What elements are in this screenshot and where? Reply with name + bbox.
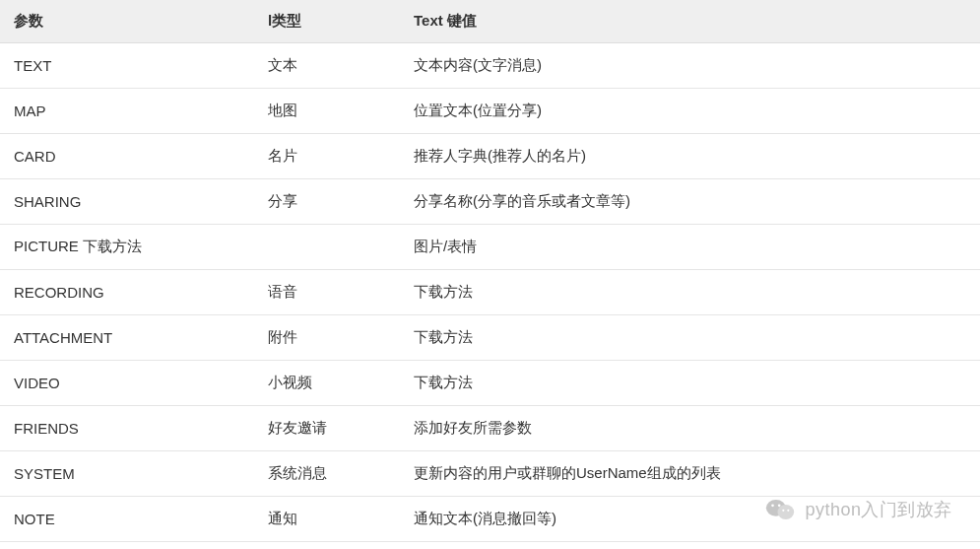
cell-text: 通知文本(消息撤回等) — [400, 497, 980, 542]
cell-text: 文本内容(文字消息) — [400, 43, 980, 89]
cell-type: 附件 — [254, 315, 400, 361]
cell-param: VIDEO — [0, 361, 254, 406]
cell-type: 语音 — [254, 270, 400, 315]
header-param: 参数 — [0, 0, 254, 43]
cell-param: RECORDING — [0, 270, 254, 315]
table-row: PICTURE 下载方法图片/表情 — [0, 225, 980, 270]
cell-param: TEXT — [0, 43, 254, 89]
cell-type: 分享 — [254, 179, 400, 225]
cell-text: 分享名称(分享的音乐或者文章等) — [400, 179, 980, 225]
header-type: l类型 — [254, 0, 400, 43]
cell-param: NOTE — [0, 497, 254, 542]
cell-type: 文本 — [254, 43, 400, 89]
table-row: FRIENDS好友邀请添加好友所需参数 — [0, 406, 980, 451]
table-row: SYSTEM系统消息更新内容的用户或群聊的UserName组成的列表 — [0, 451, 980, 497]
table-row: ATTACHMENT附件下载方法 — [0, 315, 980, 361]
cell-text: 位置文本(位置分享) — [400, 89, 980, 134]
table-body: TEXT文本文本内容(文字消息)MAP地图位置文本(位置分享)CARD名片推荐人… — [0, 43, 980, 542]
cell-type — [254, 225, 400, 270]
cell-param: CARD — [0, 134, 254, 179]
cell-param: PICTURE 下载方法 — [0, 225, 254, 270]
cell-type: 通知 — [254, 497, 400, 542]
table-header-row: 参数 l类型 Text 键值 — [0, 0, 980, 43]
cell-type: 地图 — [254, 89, 400, 134]
table-row: CARD名片推荐人字典(推荐人的名片) — [0, 134, 980, 179]
cell-param: MAP — [0, 89, 254, 134]
table-row: NOTE通知通知文本(消息撤回等) — [0, 497, 980, 542]
cell-text: 下载方法 — [400, 270, 980, 315]
cell-param: ATTACHMENT — [0, 315, 254, 361]
header-text: Text 键值 — [400, 0, 980, 43]
table-row: VIDEO小视频下载方法 — [0, 361, 980, 406]
cell-param: SHARING — [0, 179, 254, 225]
cell-type: 小视频 — [254, 361, 400, 406]
cell-text: 下载方法 — [400, 315, 980, 361]
cell-text: 图片/表情 — [400, 225, 980, 270]
cell-type: 系统消息 — [254, 451, 400, 497]
table-row: SHARING分享分享名称(分享的音乐或者文章等) — [0, 179, 980, 225]
cell-type: 好友邀请 — [254, 406, 400, 451]
table-row: MAP地图位置文本(位置分享) — [0, 89, 980, 134]
cell-text: 下载方法 — [400, 361, 980, 406]
params-table: 参数 l类型 Text 键值 TEXT文本文本内容(文字消息)MAP地图位置文本… — [0, 0, 980, 542]
cell-type: 名片 — [254, 134, 400, 179]
cell-text: 推荐人字典(推荐人的名片) — [400, 134, 980, 179]
cell-text: 添加好友所需参数 — [400, 406, 980, 451]
cell-text: 更新内容的用户或群聊的UserName组成的列表 — [400, 451, 980, 497]
cell-param: SYSTEM — [0, 451, 254, 497]
table-row: TEXT文本文本内容(文字消息) — [0, 43, 980, 89]
table-row: RECORDING语音下载方法 — [0, 270, 980, 315]
cell-param: FRIENDS — [0, 406, 254, 451]
